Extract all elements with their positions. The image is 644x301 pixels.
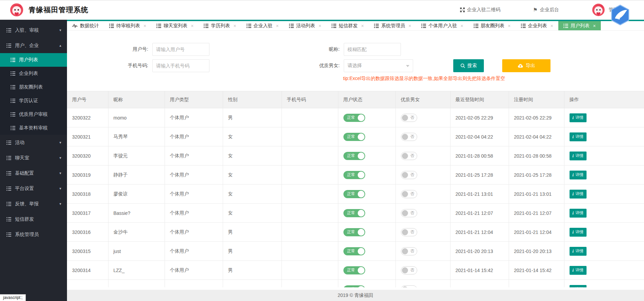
premium-toggle[interactable]: 否	[401, 209, 417, 217]
detail-button[interactable]: i详情	[570, 171, 587, 179]
cell-action: i详情	[564, 261, 644, 280]
cell-user_type: 个体用户	[165, 261, 223, 280]
sidebar-item-短信群发[interactable]: 短信群发	[0, 211, 67, 227]
tab-数据统计[interactable]: 数据统计	[67, 21, 104, 30]
list-icon	[6, 187, 11, 191]
close-icon[interactable]: ×	[276, 23, 279, 29]
cell-gender: 女	[223, 127, 282, 146]
status-toggle[interactable]: 正常	[343, 209, 365, 217]
cell-phone	[282, 108, 338, 127]
tab-系统管理员[interactable]: 系统管理员×	[369, 21, 416, 30]
sidebar-item-聊天室[interactable]: 聊天室▼	[0, 150, 67, 165]
tab-短信群发[interactable]: 短信群发×	[326, 21, 369, 30]
tab-聊天室列表[interactable]: 聊天室列表×	[151, 21, 199, 30]
sidebar-subitem-优质用户审核[interactable]: 优质用户审核	[0, 108, 67, 121]
sidebar-item-入驻、审核[interactable]: 入驻、审核▼	[0, 22, 67, 38]
cell-last_login: 2021-01-25 17:28	[450, 165, 509, 185]
detail-button[interactable]: i详情	[570, 285, 587, 288]
status-toggle[interactable]: 正常	[343, 266, 365, 274]
user-id-input[interactable]	[152, 43, 209, 56]
column-header-优质男女: 优质男女	[395, 91, 450, 108]
status-toggle[interactable]: 正常	[343, 285, 365, 288]
cell-register_time: 2021-01-21 12:07	[509, 204, 564, 223]
phone-input[interactable]	[152, 59, 209, 72]
premium-toggle[interactable]: 否	[401, 114, 417, 122]
main-area: 数据统计待审核列表×聊天室列表×学历列表×企业入驻×活动列表×短信群发×系统管理…	[67, 20, 644, 301]
close-icon[interactable]: ×	[233, 23, 236, 29]
premium-toggle[interactable]: 否	[401, 285, 417, 288]
tab-朋友圈列表[interactable]: 朋友圈列表×	[469, 21, 516, 30]
cell-nickname: momo	[108, 108, 165, 127]
nickname-input[interactable]	[344, 43, 401, 56]
close-icon[interactable]: ×	[319, 23, 321, 29]
status-toggle[interactable]: 正常	[343, 133, 365, 141]
premium-gender-select[interactable]: 请选择	[344, 59, 413, 72]
cell-gender: 男	[223, 242, 282, 261]
status-toggle[interactable]: 正常	[343, 228, 365, 236]
tab-个体用户入驻[interactable]: 个体用户入驻×	[416, 21, 468, 30]
tab-待审核列表[interactable]: 待审核列表×	[104, 21, 151, 30]
detail-button[interactable]: i详情	[570, 266, 587, 275]
cell-nickname: LZZ_	[108, 261, 165, 280]
sidebar-item-基础配置[interactable]: 基础配置▼	[0, 165, 67, 181]
status-toggle[interactable]: 正常	[343, 114, 365, 122]
sidebar-item-活动[interactable]: 活动▼	[0, 135, 67, 150]
cell-user_type	[165, 280, 223, 288]
enterprise-qr-link[interactable]: 企业入驻二维码	[460, 7, 501, 13]
tab-学历列表[interactable]: 学历列表×	[199, 21, 241, 30]
close-icon[interactable]: ×	[508, 23, 511, 29]
toggle-label: 否	[410, 153, 414, 159]
column-header-昵称: 昵称	[108, 91, 165, 108]
close-icon[interactable]: ×	[460, 23, 463, 29]
detail-button[interactable]: i详情	[570, 113, 587, 122]
sidebar-subitem-企业列表[interactable]: 企业列表	[0, 67, 67, 80]
status-toggle[interactable]: 正常	[343, 247, 365, 255]
detail-button[interactable]: i详情	[570, 209, 587, 218]
close-icon[interactable]: ×	[408, 23, 411, 29]
premium-toggle[interactable]: 否	[401, 190, 417, 198]
close-icon[interactable]: ×	[143, 23, 146, 29]
tab-活动列表[interactable]: 活动列表×	[284, 21, 326, 30]
cell-premium: 否	[395, 146, 450, 165]
user-menu[interactable]: 管理员	[592, 3, 623, 17]
premium-toggle[interactable]: 否	[401, 247, 417, 255]
premium-toggle[interactable]: 否	[401, 133, 417, 141]
tab-企业入驻[interactable]: 企业入驻×	[241, 21, 284, 30]
cell-register_time: 2021-01-25 17:28	[509, 165, 564, 185]
close-icon[interactable]: ×	[550, 23, 553, 29]
tab-企业列表[interactable]: 企业列表×	[516, 21, 558, 30]
close-icon[interactable]: ×	[191, 23, 193, 29]
sidebar-item-平台设置[interactable]: 平台设置▼	[0, 181, 67, 196]
export-button[interactable]: 导出	[502, 59, 550, 72]
cell-last_login: 2021-01-21 13:01	[450, 185, 509, 204]
status-toggle[interactable]: 正常	[343, 171, 365, 179]
premium-toggle[interactable]: 否	[401, 152, 417, 160]
app-logo-icon	[10, 3, 24, 17]
detail-button[interactable]: i详情	[570, 152, 587, 160]
sidebar-subitem-学历认证[interactable]: 学历认证	[0, 94, 67, 108]
premium-toggle[interactable]: 否	[401, 171, 417, 179]
detail-button[interactable]: i详情	[570, 228, 587, 237]
close-icon[interactable]: ×	[593, 23, 596, 29]
status-toggle[interactable]: 正常	[343, 152, 365, 160]
detail-button-label: 详情	[575, 172, 583, 178]
detail-button[interactable]: i详情	[570, 190, 587, 199]
close-icon[interactable]: ×	[361, 23, 364, 29]
sidebar-item-反馈、举报[interactable]: 反馈、举报▼	[0, 196, 67, 211]
status-toggle[interactable]: 正常	[343, 190, 365, 198]
search-button[interactable]: 搜索	[453, 59, 484, 72]
sidebar-item-用户、企业[interactable]: 用户、企业▲	[0, 38, 67, 53]
detail-button[interactable]: i详情	[570, 247, 587, 256]
premium-toggle[interactable]: 否	[401, 266, 417, 274]
detail-button[interactable]: i详情	[570, 132, 587, 141]
premium-toggle[interactable]: 否	[401, 228, 417, 236]
tab-用户列表[interactable]: 用户列表×	[558, 21, 601, 30]
sidebar-subitem-用户列表[interactable]: 用户列表	[0, 53, 67, 67]
sidebar-item-系统管理员[interactable]: 系统管理员	[0, 227, 67, 242]
enterprise-backend-link[interactable]: ⚑ 企业后台	[533, 7, 559, 13]
sidebar-subitem-基本资料审核[interactable]: 基本资料审核	[0, 121, 67, 135]
chevron-down-icon: ▼	[59, 172, 62, 175]
sidebar-subitem-朋友圈列表[interactable]: 朋友圈列表	[0, 80, 67, 94]
sidebar-item-label: 系统管理员	[15, 232, 39, 238]
cell-gender: 女	[223, 165, 282, 185]
